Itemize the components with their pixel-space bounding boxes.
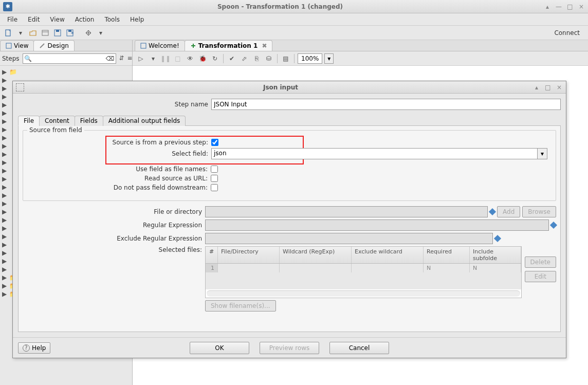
connect-link[interactable]: Connect [554, 29, 585, 36]
source-prev-checkbox[interactable] [211, 139, 218, 146]
tab-design-label: Design [47, 42, 68, 49]
select-field-value[interactable]: json [211, 148, 537, 159]
menu-help[interactable]: Help [126, 15, 148, 24]
cancel-button[interactable]: Cancel [329, 342, 389, 354]
debug-icon[interactable]: 🐞 [197, 53, 208, 64]
expand-all-icon[interactable]: ⇵ [119, 54, 124, 63]
chevron-down-icon[interactable]: ▾ [15, 28, 26, 38]
tab-content[interactable]: Content [39, 116, 75, 126]
menu-edit[interactable]: Edit [24, 15, 44, 24]
preview-icon[interactable]: 👁 [185, 53, 195, 64]
maximize-icon[interactable]: □ [566, 3, 574, 10]
help-icon: ? [23, 344, 30, 352]
step-name-input[interactable] [211, 99, 561, 110]
app-icon: ✱ [3, 2, 12, 11]
col-hash: # [206, 247, 218, 263]
save-icon[interactable] [52, 28, 63, 38]
row-include: N [470, 264, 521, 272]
file-dir-input [205, 206, 488, 217]
select-field-dropdown[interactable]: ▾ [537, 148, 547, 159]
show-filenames-button: Show filename(s)... [205, 300, 276, 311]
add-button: Add [497, 206, 520, 217]
ok-button[interactable]: OK [190, 342, 249, 354]
highlight-box: Source is from a previous step: Select f… [105, 136, 304, 164]
menubar: File Edit View Action Tools Help [0, 13, 588, 26]
save-as-icon[interactable]: * [65, 28, 75, 38]
tab-transformation[interactable]: Transformation 1 ✖ [185, 40, 273, 51]
dialog-title: Json input [28, 84, 533, 91]
close-icon[interactable]: × [578, 3, 585, 10]
delete-button: Delete [525, 256, 556, 268]
regex-label: Regular Expression [23, 222, 205, 229]
use-field-fn-label: Use field as file names: [28, 166, 211, 173]
tab-design[interactable]: Design [33, 40, 74, 51]
run-menu-icon[interactable]: ▾ [148, 53, 158, 64]
explore-db-icon[interactable]: ⛁ [264, 53, 274, 64]
open-icon[interactable] [28, 28, 38, 38]
svg-rect-8 [6, 43, 11, 48]
pause-icon[interactable]: ❚❚ [160, 53, 171, 64]
tab-file[interactable]: File [18, 116, 40, 126]
tab-fields[interactable]: Fields [75, 116, 103, 126]
stop-icon[interactable]: □ [173, 53, 183, 64]
clear-icon[interactable]: ⌫ [106, 55, 115, 62]
variable-icon [550, 222, 557, 229]
rollup-icon[interactable]: ▴ [533, 84, 540, 91]
rollup-icon[interactable]: ▴ [544, 3, 551, 10]
tab-welcome-label: Welcome! [149, 42, 179, 49]
tab-trans-label: Transformation 1 [198, 42, 258, 49]
variable-icon [494, 235, 501, 242]
zoom-dropdown[interactable]: ▾ [324, 53, 334, 64]
no-pass-checkbox[interactable] [211, 184, 218, 191]
chevron-down-icon[interactable]: ▾ [96, 28, 106, 38]
explore-icon[interactable] [40, 28, 50, 38]
close-icon[interactable]: × [556, 84, 563, 91]
source-from-field-group: Source from field Source is from a previ… [23, 130, 556, 201]
zoom-input[interactable]: 100% [298, 53, 322, 64]
read-url-label: Read source as URL: [28, 175, 211, 182]
regex-input [205, 219, 549, 231]
search-input[interactable]: 🔍 ⌫ [23, 53, 116, 64]
tab-additional[interactable]: Additional output fields [103, 116, 186, 126]
group-title: Source from field [27, 126, 84, 134]
search-field[interactable] [31, 55, 106, 62]
read-url-checkbox[interactable] [211, 175, 218, 182]
main-toolbar: ▾ * ▾ Connect [0, 26, 588, 40]
show-results-icon[interactable]: ▤ [281, 53, 291, 64]
help-button[interactable]: ? Help [18, 342, 50, 354]
new-file-icon[interactable] [3, 28, 13, 38]
perspective-icon[interactable] [83, 28, 94, 38]
h-scrollbar[interactable] [207, 290, 520, 297]
selected-files-table[interactable]: # File/Directory Wildcard (RegExp) Exclu… [205, 246, 522, 298]
run-icon[interactable]: ▷ [136, 53, 146, 64]
browse-button: Browse [522, 206, 556, 217]
menu-action[interactable]: Action [71, 15, 99, 24]
trans-icon [190, 43, 196, 49]
tab-view[interactable]: View [0, 40, 34, 51]
close-tab-icon[interactable]: ✖ [262, 42, 267, 49]
col-wildcard: Wildcard (RegExp) [280, 247, 352, 263]
replay-icon[interactable]: ↻ [210, 53, 220, 64]
tree-item[interactable]: ▶📁 [1, 68, 131, 76]
menu-view[interactable]: View [46, 15, 68, 24]
ex-regex-label: Exclude Regular Expression [23, 235, 205, 242]
step-name-label: Step name [18, 101, 208, 108]
use-field-fn-checkbox[interactable] [211, 166, 218, 173]
table-row[interactable]: 1 N N [206, 264, 521, 272]
minimize-icon[interactable]: — [555, 3, 562, 10]
tab-view-label: View [14, 42, 28, 49]
tab-welcome[interactable]: Welcome! [135, 40, 185, 51]
menu-file[interactable]: File [3, 15, 22, 24]
verify-icon[interactable]: ✔ [227, 53, 237, 64]
menu-tools[interactable]: Tools [100, 15, 124, 24]
design-icon [39, 43, 45, 49]
dialog-footer: ? Help OK Preview rows Cancel [13, 337, 566, 358]
impact-icon[interactable]: ⬀ [239, 53, 249, 64]
sel-files-label: Selected files: [23, 246, 205, 253]
col-file: File/Directory [218, 247, 280, 263]
maximize-icon[interactable]: □ [544, 84, 552, 91]
preview-button: Preview rows [260, 342, 319, 354]
svg-rect-1 [42, 30, 48, 35]
collapse-all-icon[interactable]: ≡ [127, 54, 133, 63]
sql-icon[interactable]: ⎘ [251, 53, 262, 64]
